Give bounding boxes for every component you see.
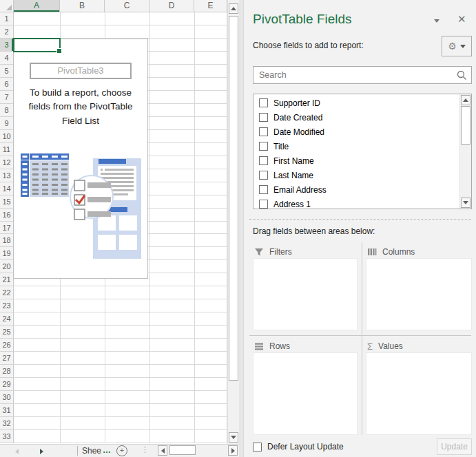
row-header-23[interactable]: 23	[0, 299, 14, 312]
field-list-scrollbar[interactable]	[459, 94, 471, 209]
row-header-14[interactable]: 14	[0, 182, 14, 195]
row-header-22[interactable]: 22	[0, 286, 14, 299]
prev-sheet-button[interactable]	[15, 449, 19, 454]
field-checkbox[interactable]	[259, 171, 268, 180]
pane-options-button[interactable]	[434, 19, 439, 23]
row-header-6[interactable]: 6	[0, 78, 14, 91]
sheet-tab[interactable]: Shee	[82, 446, 101, 456]
row-header-26[interactable]: 26	[0, 339, 14, 352]
row-header-3[interactable]: 3	[0, 39, 14, 52]
columns-drop-area[interactable]	[366, 258, 472, 330]
update-button[interactable]: Update	[437, 438, 472, 455]
column-header-E[interactable]: E	[194, 0, 227, 12]
values-drop-area[interactable]	[366, 352, 472, 435]
list-scroll-up-button[interactable]	[461, 95, 470, 105]
row-header-8[interactable]: 8	[0, 104, 14, 117]
field-item-title[interactable]: Title	[253, 139, 459, 153]
area-label: Rows	[269, 341, 290, 351]
row-header-1[interactable]: 1	[0, 12, 14, 25]
list-scrollbar-thumb[interactable]	[461, 106, 470, 145]
row-header-18[interactable]: 18	[0, 234, 14, 247]
field-label: Supporter ID	[273, 98, 320, 108]
filters-drop-area[interactable]	[253, 258, 358, 330]
fill-handle[interactable]	[56, 48, 62, 54]
field-checkbox[interactable]	[259, 185, 268, 194]
row-header-10[interactable]: 10	[0, 130, 14, 143]
rows-drop-area[interactable]	[253, 352, 358, 435]
field-item-address-1[interactable]: Address 1	[253, 197, 459, 209]
field-item-first-name[interactable]: First Name	[253, 153, 459, 168]
scroll-up-button[interactable]	[229, 3, 238, 14]
scroll-left-button[interactable]	[158, 445, 167, 456]
row-header-16[interactable]: 16	[0, 209, 14, 222]
column-header-D[interactable]: D	[149, 0, 194, 12]
field-item-last-name[interactable]: Last Name	[253, 168, 459, 182]
search-input[interactable]	[253, 67, 459, 83]
choose-fields-label: Choose fields to add to report:	[253, 41, 364, 50]
horizontal-scrollbar-thumb[interactable]	[169, 445, 196, 455]
values-area-header: Σ Values	[367, 340, 403, 352]
field-checkbox[interactable]	[259, 113, 268, 122]
row-header-2[interactable]: 2	[0, 25, 14, 39]
pivottable-fields-pane: PivotTable Fields ✕ Choose fields to add…	[243, 0, 476, 457]
vertical-scrollbar[interactable]	[227, 0, 239, 444]
defer-layout-checkbox[interactable]	[253, 443, 262, 451]
column-header-C[interactable]: C	[105, 0, 149, 12]
row-header-13[interactable]: 13	[0, 169, 14, 182]
column-header-B[interactable]: B	[60, 0, 105, 12]
field-checkbox[interactable]	[259, 98, 268, 107]
field-item-email-address[interactable]: Email Address	[253, 182, 459, 197]
worksheet-area[interactable]: ABCDE 1234567891011121314151617181920212…	[0, 0, 239, 457]
pivot-placeholder: PivotTable3 To build a report, choosefie…	[13, 39, 148, 279]
row-header-9[interactable]: 9	[0, 117, 14, 130]
scroll-down-button[interactable]	[229, 432, 238, 443]
pane-close-button[interactable]: ✕	[457, 13, 466, 25]
areas-vertical-divider	[362, 242, 362, 435]
field-checkbox[interactable]	[259, 200, 268, 209]
row-header-25[interactable]: 25	[0, 326, 14, 339]
row-header-12[interactable]: 12	[0, 156, 14, 169]
selected-cell-A3[interactable]	[13, 38, 61, 52]
scroll-right-button[interactable]	[228, 445, 238, 456]
row-header-31[interactable]: 31	[0, 404, 14, 417]
row-header-11[interactable]: 11	[0, 143, 14, 156]
field-checkbox[interactable]	[259, 127, 268, 136]
row-header-7[interactable]: 7	[0, 91, 14, 104]
field-item-date-modified[interactable]: Date Modified	[253, 125, 459, 139]
column-header-A[interactable]: A	[14, 0, 60, 12]
tools-button[interactable]: ⚙	[442, 36, 472, 56]
excel-window: ABCDE 1234567891011121314151617181920212…	[0, 0, 476, 457]
row-header-4[interactable]: 4	[0, 52, 14, 65]
row-header-5[interactable]: 5	[0, 65, 14, 78]
next-sheet-button[interactable]	[40, 449, 43, 454]
row-header-19[interactable]: 19	[0, 247, 14, 260]
search-box	[253, 66, 472, 84]
row-header-27[interactable]: 27	[0, 352, 14, 365]
row-header-24[interactable]: 24	[0, 312, 14, 326]
horizontal-scrollbar[interactable]	[157, 445, 239, 456]
scroll-right-icon	[231, 448, 235, 454]
pane-title: PivotTable Fields	[253, 12, 352, 27]
row-header-32[interactable]: 32	[0, 417, 14, 430]
field-checkbox[interactable]	[259, 142, 268, 151]
row-header-21[interactable]: 21	[0, 273, 14, 286]
gridline	[194, 12, 195, 443]
field-item-date-created[interactable]: Date Created	[253, 110, 459, 125]
vertical-scrollbar-thumb[interactable]	[229, 16, 238, 381]
row-header-28[interactable]: 28	[0, 365, 14, 378]
chevron-down-icon	[460, 45, 466, 48]
row-header-29[interactable]: 29	[0, 378, 14, 391]
row-header-20[interactable]: 20	[0, 260, 14, 273]
field-checkbox[interactable]	[259, 156, 268, 165]
new-sheet-button[interactable]: +	[116, 445, 127, 456]
row-header-33[interactable]: 33	[0, 430, 14, 443]
list-scroll-down-button[interactable]	[461, 198, 470, 208]
row-header-15[interactable]: 15	[0, 195, 14, 209]
gear-icon: ⚙	[448, 41, 457, 51]
field-label: Title	[273, 142, 289, 151]
field-item-supporter-id[interactable]: Supporter ID	[253, 96, 459, 110]
row-header-17[interactable]: 17	[0, 222, 14, 235]
sheet-tab-overflow[interactable]: …	[103, 445, 111, 455]
row-header-30[interactable]: 30	[0, 391, 14, 404]
select-all-corner[interactable]	[0, 0, 14, 12]
